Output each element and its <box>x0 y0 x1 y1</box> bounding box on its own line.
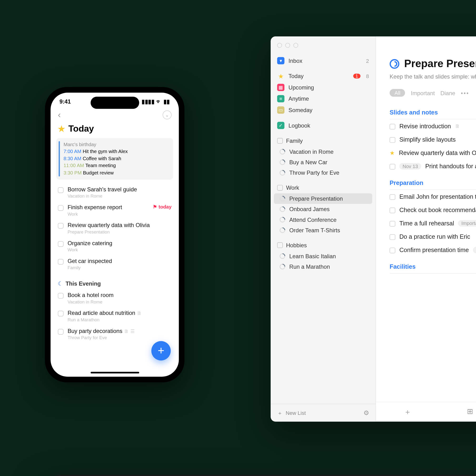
task-sub: Throw Party for Eve <box>68 335 171 340</box>
checkbox[interactable] <box>390 221 395 227</box>
collapse-toggle[interactable]: ⌄ <box>163 110 171 119</box>
section-header[interactable]: Facilities••• <box>390 262 476 274</box>
project-item[interactable]: Buy a New Car <box>271 157 375 168</box>
sidebar-label: Anytime <box>289 95 309 102</box>
new-todo-icon[interactable]: ＋ <box>404 407 411 417</box>
section-header[interactable]: Slides and notes••• <box>390 108 476 119</box>
checkbox[interactable] <box>390 234 395 240</box>
tag-chip: Important <box>473 247 476 253</box>
note-icon: 🗎 <box>455 123 460 129</box>
task-row[interactable]: Simplify slide layouts <box>390 133 476 146</box>
date-chip: Nov 13 <box>399 163 421 169</box>
project-item[interactable]: Order Team T-Shirts <box>271 225 375 235</box>
area-icon <box>277 242 283 248</box>
task-title: Confirm presentation time <box>399 246 469 253</box>
area-family[interactable]: Family <box>271 131 375 147</box>
battery-icon: ▮▮ <box>164 98 170 105</box>
checkbox[interactable] <box>390 164 395 170</box>
iphone-evening-list: Book a hotel roomVacation in Rome Read a… <box>51 289 179 343</box>
checkbox[interactable] <box>390 137 395 143</box>
task-sub: Work <box>68 247 171 253</box>
task-row[interactable]: Nov 13Print handouts for attendees <box>390 159 476 173</box>
checkbox[interactable] <box>390 207 395 213</box>
plus-icon[interactable]: ＋ <box>277 409 283 417</box>
title-text: Today <box>68 123 94 134</box>
task-title: Revise introduction <box>399 122 451 130</box>
traffic-lights[interactable] <box>271 36 375 55</box>
task-row[interactable]: Do a practice run with Eric <box>390 230 476 243</box>
section-preparation: Preparation••• Email John for presentati… <box>376 173 476 256</box>
more-tags-icon[interactable]: ••• <box>461 90 469 96</box>
progress-icon <box>278 205 287 213</box>
project-item[interactable]: Learn Basic Italian <box>271 251 375 261</box>
iphone-page-title: ★ Today <box>51 122 179 138</box>
mac-sidebar: ▾Inbox2 ★Today18 ▦Upcoming ≡Anytime ▭Som… <box>271 36 376 422</box>
task-row[interactable]: Finish expense reportWork⚑ today <box>58 202 171 220</box>
project-item[interactable]: Vacation in Rome <box>271 146 375 157</box>
area-icon <box>277 185 283 191</box>
area-hobbies[interactable]: Hobbies <box>271 235 375 251</box>
project-item-selected[interactable]: Prepare Presentation <box>274 193 372 204</box>
area-label: Hobbies <box>286 242 307 249</box>
sidebar-footer: ＋ New List ⚙ <box>271 404 375 422</box>
section-header[interactable]: Preparation••• <box>390 178 476 190</box>
tag-important[interactable]: Important <box>411 90 435 96</box>
area-work[interactable]: Work <box>271 178 375 193</box>
task-row[interactable]: Organize cateringWork <box>58 237 171 255</box>
back-chevron-icon[interactable]: ‹ <box>58 110 61 120</box>
checkbox[interactable] <box>58 187 64 193</box>
calendar-preview[interactable]: Marc's birthday 7:00 AM Hit the gym with… <box>56 138 173 180</box>
task-row[interactable]: Time a full rehearsalImportant <box>390 217 476 230</box>
iphone-device: 9:41 ▮▮▮▮ ᯤ ▮▮ ‹ ⌄ ★ Today Marc's birthd… <box>45 87 185 382</box>
mac-toolbar: ＋ ⊞ ▦ → ⌕ <box>376 402 476 422</box>
note-icon: 🗎 <box>137 311 142 316</box>
task-row[interactable]: Email John for presentation tips <box>390 190 476 203</box>
note-icon: 🗎 <box>124 328 129 334</box>
area-icon <box>277 138 283 144</box>
project-item[interactable]: Onboard James <box>271 204 375 214</box>
task-row[interactable]: Review quarterly data with OliviaPrepare… <box>58 220 171 237</box>
sidebar-item-anytime[interactable]: ≡Anytime <box>271 93 375 104</box>
task-row[interactable]: Read article about nutrition 🗎Run a Mara… <box>58 307 171 325</box>
task-row[interactable]: Borrow Sarah's travel guideVacation in R… <box>58 184 171 202</box>
task-row[interactable]: Book a hotel roomVacation in Rome <box>58 289 171 307</box>
project-label: Prepare Presentation <box>289 195 343 202</box>
checkbox[interactable] <box>58 329 64 335</box>
sidebar-item-upcoming[interactable]: ▦Upcoming <box>271 82 375 93</box>
tag-all[interactable]: All <box>390 89 405 97</box>
mac-window: ▾Inbox2 ★Today18 ▦Upcoming ≡Anytime ▭Som… <box>271 36 476 422</box>
project-item[interactable]: Throw Party for Eve <box>271 168 375 178</box>
project-item[interactable]: Run a Marathon <box>271 261 375 272</box>
checkbox[interactable] <box>390 248 395 253</box>
task-sub: Vacation in Rome <box>68 193 171 199</box>
checkbox[interactable] <box>58 241 64 247</box>
tag-diane[interactable]: Diane <box>441 90 455 96</box>
task-row[interactable]: ★Review quarterly data with Olivia <box>390 146 476 159</box>
new-heading-icon[interactable]: ⊞ <box>467 407 473 417</box>
mac-titlebar: ⧉ <box>376 36 476 55</box>
checkbox[interactable] <box>390 194 395 200</box>
new-list-button[interactable]: New List <box>286 410 306 416</box>
task-row[interactable]: Confirm presentation timeImportant <box>390 243 476 256</box>
task-row[interactable]: Buy party decorations 🗎 ☰Throw Party for… <box>58 325 171 343</box>
settings-icon[interactable]: ⚙ <box>363 409 369 417</box>
sidebar-item-someday[interactable]: ▭Someday <box>271 104 375 116</box>
task-title: Print handouts for attendees <box>425 163 476 170</box>
progress-icon <box>278 216 287 224</box>
project-item[interactable]: Attend Conference <box>271 214 375 225</box>
task-row[interactable]: Revise introduction🗎 <box>390 119 476 133</box>
add-task-button[interactable]: + <box>151 341 171 360</box>
sidebar-item-inbox[interactable]: ▾Inbox2 <box>271 55 375 67</box>
checkbox[interactable] <box>58 293 64 299</box>
sidebar-item-logbook[interactable]: ✓Logbook <box>271 120 375 131</box>
task-title: Check out book recommendations <box>399 206 476 213</box>
checkbox[interactable] <box>390 124 395 130</box>
checkbox[interactable] <box>58 311 64 317</box>
checkbox[interactable] <box>58 259 64 265</box>
task-row[interactable]: Get car inspectedFamily <box>58 255 171 273</box>
task-row[interactable]: Check out book recommendations🗎 <box>390 203 476 216</box>
project-notes[interactable]: Keep the talk and slides simple: what ar… <box>390 72 476 81</box>
checkbox[interactable] <box>58 205 64 211</box>
checkbox[interactable] <box>58 223 64 229</box>
sidebar-item-today[interactable]: ★Today18 <box>271 70 375 82</box>
